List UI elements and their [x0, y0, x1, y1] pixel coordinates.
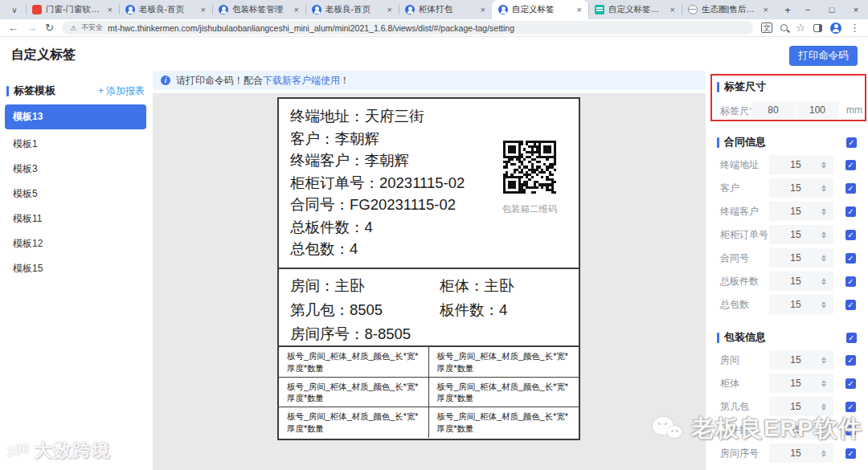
banner-text: 请打印命令码！配合下载新客户端使用！ — [176, 74, 350, 88]
tab-package-label-mgmt[interactable]: 包装标签管理 × — [212, 0, 305, 19]
tab-teambition[interactable]: 门窗-门窗软件 · Teambiti × — [26, 0, 119, 19]
new-tab-button[interactable]: + — [780, 2, 796, 18]
tab-work-order-detail[interactable]: 生态圈|售后工单详情 × — [682, 0, 775, 19]
row-checkbox[interactable]: ✓ — [845, 448, 856, 459]
row-checkbox[interactable]: ✓ — [845, 276, 856, 287]
number-stepper[interactable] — [819, 225, 829, 244]
not-secure-warning-icon[interactable]: ⚠ — [70, 24, 76, 32]
laobanliang-favicon — [498, 5, 508, 14]
number-stepper[interactable] — [819, 420, 829, 439]
browser-menu-icon[interactable]: ⋮ — [850, 22, 860, 34]
label-width-input[interactable] — [751, 101, 795, 119]
row-checkbox[interactable]: ✓ — [845, 183, 856, 194]
number-stepper[interactable] — [819, 397, 829, 416]
panel-grid-cell: 板号_房间_柜体_材质_颜色_长*宽*厚度*数量 — [429, 378, 579, 408]
label-panel-grid: 板号_房间_柜体_材质_颜色_长*宽*厚度*数量 板号_房间_柜体_材质_颜色_… — [279, 347, 579, 438]
side-panel-icon[interactable] — [813, 24, 822, 32]
number-stepper[interactable] — [819, 272, 829, 291]
bookmark-star-icon[interactable]: ☆ — [796, 22, 805, 34]
sidebar-item-template3[interactable]: 模板3 — [0, 157, 151, 181]
tab-custom-label-howto[interactable]: 自定义标签使用方法 × — [588, 0, 682, 19]
section-accent-bar — [717, 137, 719, 148]
tab-custom-label-active[interactable]: 自定义标签 × — [492, 0, 588, 19]
panel-grid-cell: 板号_房间_柜体_材质_颜色_长*宽*厚度*数量 — [429, 407, 579, 438]
tab-close-icon[interactable]: × — [762, 5, 770, 14]
laobanliang-favicon — [219, 5, 228, 14]
download-client-link[interactable]: 下载新客户端使用 — [263, 75, 340, 86]
panel-grid-cell: 板号_房间_柜体_材质_颜色_长*宽*厚度*数量 — [279, 378, 429, 408]
setting-row-room-serial: 房间序号 ✓ — [712, 443, 868, 463]
setting-row-panel-count: 板件数 ✓ — [712, 420, 868, 439]
tab-close-icon[interactable]: × — [293, 5, 301, 14]
setting-row-terminal-address: 终端地址 ✓ — [712, 155, 868, 174]
tab-close-icon[interactable]: × — [669, 5, 677, 14]
label-line-room-serial: 房间序号：8-8505 — [290, 322, 440, 346]
laobanliang-favicon — [312, 5, 321, 14]
packaging-section-header: 包装信息 ✓ — [717, 332, 868, 343]
setting-row-order-no: 柜柜订单号 ✓ — [712, 225, 868, 244]
number-stepper[interactable] — [819, 295, 829, 314]
forward-icon[interactable]: → — [27, 22, 37, 34]
minimize-button[interactable]: − — [796, 0, 820, 19]
maximize-button[interactable]: □ — [820, 0, 844, 19]
sidebar-item-template15[interactable]: 模板15 — [0, 257, 151, 280]
row-checkbox[interactable]: ✓ — [845, 378, 856, 389]
not-secure-label: 不安全 — [81, 22, 103, 33]
template-sidebar: 标签模板 + 添加报表 模板13 模板1 模板3 模板5 模板11 模板12 模… — [0, 71, 151, 470]
reload-icon[interactable]: ↻ — [45, 22, 54, 34]
sidebar-item-template11[interactable]: 模板11 — [0, 207, 151, 231]
label-line-cabinet: 柜体：主卧 — [440, 274, 579, 298]
print-command-code-button[interactable]: 打印命令码 — [789, 46, 858, 66]
number-stepper[interactable] — [819, 443, 829, 463]
packaging-section-checkbox[interactable]: ✓ — [846, 333, 857, 343]
setting-row-package-no: 第几包 ✓ — [712, 397, 868, 416]
tab-title: 自定义标签使用方法 — [608, 4, 665, 15]
row-checkbox[interactable]: ✓ — [845, 425, 856, 435]
qr-block: 包装箱二维码 — [498, 141, 561, 215]
tab-cabinet-packing[interactable]: 柜体打包 × — [399, 0, 492, 19]
tab-search-chevron-icon[interactable]: ∨ — [6, 2, 23, 18]
number-stepper[interactable] — [819, 202, 829, 221]
number-stepper[interactable] — [819, 374, 829, 393]
number-stepper[interactable] — [819, 155, 829, 174]
tab-title: 自定义标签 — [512, 4, 571, 15]
address-bar[interactable]: ⚠ 不安全 mt-hwc.thinkermen.com/jishubulaoba… — [62, 21, 753, 35]
url-text[interactable]: mt-hwc.thinkermen.com/jishubulaobanliang… — [108, 23, 514, 33]
sidebar-header: 标签模板 + 添加报表 — [6, 84, 145, 98]
tab-close-icon[interactable]: × — [386, 5, 394, 14]
row-checkbox[interactable]: ✓ — [845, 206, 856, 217]
zoom-icon[interactable] — [780, 24, 788, 31]
label-height-input[interactable] — [796, 101, 839, 119]
row-checkbox[interactable]: ✓ — [845, 160, 856, 170]
sidebar-item-template13[interactable]: 模板13 — [5, 104, 146, 129]
back-icon[interactable]: ← — [8, 22, 18, 34]
row-checkbox[interactable]: ✓ — [845, 253, 856, 264]
number-stepper[interactable] — [819, 178, 829, 198]
tab-close-icon[interactable]: × — [479, 5, 487, 14]
label-line-package-no: 第几包：8505 — [290, 298, 440, 322]
tab-laobanliang-home-1[interactable]: 老板良-首页 × — [119, 0, 212, 19]
laobanliang-favicon — [125, 5, 135, 14]
contract-section-checkbox[interactable]: ✓ — [846, 137, 857, 148]
label-line-panel-count: 板件数：4 — [440, 298, 579, 322]
profile-avatar[interactable] — [830, 22, 841, 34]
row-checkbox[interactable]: ✓ — [845, 355, 856, 366]
row-checkbox[interactable]: ✓ — [845, 300, 856, 310]
sidebar-item-template5[interactable]: 模板5 — [0, 182, 151, 206]
row-checkbox[interactable]: ✓ — [845, 230, 856, 240]
number-stepper[interactable] — [819, 248, 829, 268]
tab-close-icon[interactable]: × — [106, 5, 114, 14]
translate-icon[interactable]: 文 — [761, 22, 772, 33]
sidebar-item-template1[interactable]: 模板1 — [0, 133, 151, 156]
size-section-header: 标签尺寸 — [717, 81, 868, 92]
close-window-button[interactable]: × — [844, 0, 868, 19]
info-icon: i — [161, 76, 170, 85]
tab-title: 门窗-门窗软件 · Teambiti — [46, 4, 102, 15]
sidebar-item-template12[interactable]: 模板12 — [0, 232, 151, 255]
row-checkbox[interactable]: ✓ — [845, 402, 856, 412]
number-stepper[interactable] — [819, 350, 829, 370]
add-report-link[interactable]: + 添加报表 — [98, 84, 145, 98]
tab-close-icon[interactable]: × — [575, 5, 583, 14]
tab-laobanliang-home-2[interactable]: 老板良-首页 × — [305, 0, 399, 19]
tab-close-icon[interactable]: × — [199, 5, 207, 14]
